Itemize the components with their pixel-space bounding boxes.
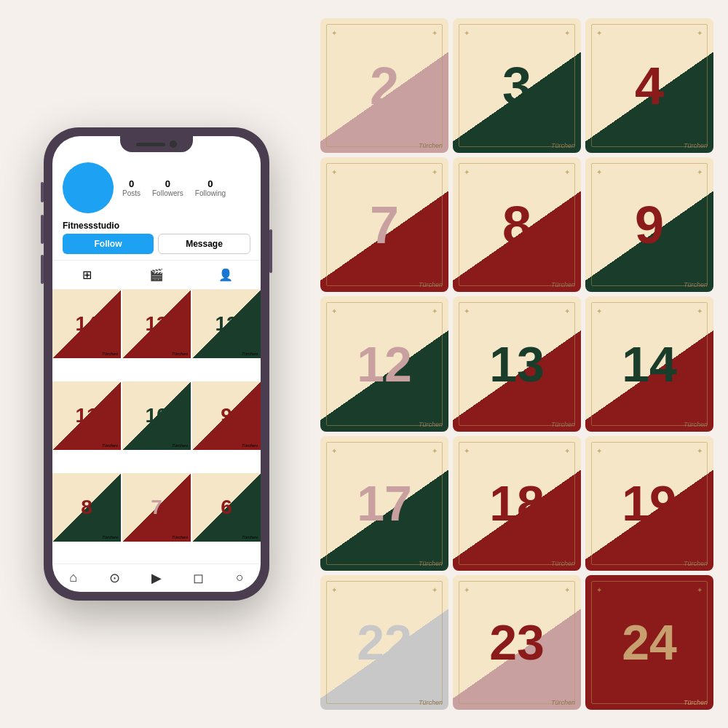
phone-grid-cell-13[interactable]: 13 Türchen xyxy=(122,290,191,358)
star-decoration: ✦ xyxy=(432,29,438,37)
advent-card-22[interactable]: ✦ ✦ 22 Türchen xyxy=(320,575,448,710)
advent-label: Türchen xyxy=(684,699,708,706)
instagram-app: 0 Posts 0 Followers 0 Following Fitn xyxy=(52,136,261,592)
posts-label: Posts xyxy=(122,189,141,197)
cell-number: 6 xyxy=(221,496,232,519)
phone-grid-cell-11[interactable]: 11 Türchen xyxy=(52,381,121,450)
profile-grid: 14 Türchen 13 Türchen 12 Türchen 11 Türc… xyxy=(52,290,261,563)
grid-cell-inner: 11 Türchen xyxy=(52,381,121,450)
advent-card-3[interactable]: ✦ ✦ 3 Türchen xyxy=(453,18,581,153)
advent-card-7[interactable]: ✦ ✦ 7 Türchen xyxy=(320,157,448,292)
cell-label: Türchen xyxy=(102,352,118,356)
phone-grid-cell-9[interactable]: 9 Türchen xyxy=(192,381,261,450)
avatar xyxy=(63,162,114,213)
phone-grid-cell-6[interactable]: 6 Türchen xyxy=(192,473,261,542)
advent-card-inner: ✦ ✦ 18 Türchen xyxy=(453,436,581,571)
nav-reels[interactable]: ▶ xyxy=(135,570,177,586)
grid-cell-inner: 14 Türchen xyxy=(52,290,121,358)
advent-card-9[interactable]: ✦ ✦ 9 Türchen xyxy=(585,157,713,292)
star-decoration: ✦ xyxy=(564,586,570,594)
cell-number: 10 xyxy=(145,404,167,427)
phone-screen: 0 Posts 0 Followers 0 Following Fitn xyxy=(52,136,261,592)
cell-number: 12 xyxy=(215,312,237,336)
stat-followers: 0 Followers xyxy=(152,178,183,197)
advent-number: 14 xyxy=(622,339,677,389)
advent-card-inner: ✦ ✦ 14 Türchen xyxy=(585,296,713,431)
advent-card-inner: ✦ ✦ 17 Türchen xyxy=(320,436,448,571)
advent-card-inner: ✦ ✦ 8 Türchen xyxy=(453,157,581,292)
advent-card-17[interactable]: ✦ ✦ 17 Türchen xyxy=(320,436,448,571)
phone-grid-cell-7[interactable]: 7 Türchen xyxy=(122,473,191,542)
advent-card-8[interactable]: ✦ ✦ 8 Türchen xyxy=(453,157,581,292)
tab-tagged[interactable]: 👤 xyxy=(191,265,261,285)
grid-cell-inner: 7 Türchen xyxy=(122,473,191,542)
follow-button[interactable]: Follow xyxy=(63,234,154,254)
mute-button xyxy=(41,182,44,202)
star-decoration: ✦ xyxy=(596,168,602,176)
advent-card-4[interactable]: ✦ ✦ 4 Türchen xyxy=(585,18,713,153)
profile-section: 0 Posts 0 Followers 0 Following xyxy=(52,157,261,219)
advent-number: 9 xyxy=(635,199,664,251)
advent-card-inner: ✦ ✦ 22 Türchen xyxy=(320,575,448,710)
advent-number: 3 xyxy=(502,60,531,112)
vol-down-button xyxy=(41,255,44,284)
advent-label: Türchen xyxy=(551,142,575,149)
tab-reels[interactable]: 🎬 xyxy=(122,265,191,285)
advent-number: 7 xyxy=(370,199,399,251)
advent-card-inner: ✦ ✦ 19 Türchen xyxy=(585,436,713,571)
advent-label: Türchen xyxy=(419,421,443,428)
star-decoration: ✦ xyxy=(596,307,602,315)
advent-card-inner: ✦ ✦ 24 Türchen xyxy=(585,575,713,710)
nav-profile[interactable]: ○ xyxy=(219,570,261,586)
advent-number: 8 xyxy=(502,199,531,251)
advent-card-23[interactable]: ✦ ✦ 23 Türchen xyxy=(453,575,581,710)
advent-card-inner: ✦ ✦ 3 Türchen xyxy=(453,18,581,153)
advent-card-inner: ✦ ✦ 4 Türchen xyxy=(585,18,713,153)
grid-cell-inner: 10 Türchen xyxy=(122,381,191,450)
message-button[interactable]: Message xyxy=(158,234,250,254)
advent-card-13[interactable]: ✦ ✦ 13 Türchen xyxy=(453,296,581,431)
cell-number: 8 xyxy=(81,496,92,519)
star-decoration: ✦ xyxy=(464,447,470,455)
profile-username: Fitnessstudio xyxy=(52,219,261,234)
nav-search[interactable]: ⊙ xyxy=(94,570,135,586)
advent-label: Türchen xyxy=(684,560,708,567)
profile-tabs: ⊞ 🎬 👤 xyxy=(52,260,261,290)
star-decoration: ✦ xyxy=(331,168,337,176)
star-decoration: ✦ xyxy=(464,168,470,176)
phone-grid-cell-8[interactable]: 8 Türchen xyxy=(52,473,121,542)
following-label: Following xyxy=(195,189,226,197)
phone-grid-cell-14[interactable]: 14 Türchen xyxy=(52,290,121,358)
grid-cell-inner: 13 Türchen xyxy=(122,290,191,358)
cell-number: 13 xyxy=(145,312,167,336)
advent-label: Türchen xyxy=(419,560,443,567)
phone-grid-cell-12[interactable]: 12 Türchen xyxy=(192,290,261,358)
followers-count: 0 xyxy=(152,178,183,189)
cell-number: 11 xyxy=(75,404,98,427)
advent-number: 12 xyxy=(357,339,412,389)
cell-label: Türchen xyxy=(242,352,258,356)
phone-grid-cell-10[interactable]: 10 Türchen xyxy=(122,381,191,450)
vol-up-button xyxy=(41,215,44,244)
advent-card-2[interactable]: ✦ ✦ 2 Türchen xyxy=(320,18,448,153)
advent-card-18[interactable]: ✦ ✦ 18 Türchen xyxy=(453,436,581,571)
star-decoration: ✦ xyxy=(697,168,703,176)
star-decoration: ✦ xyxy=(331,29,337,37)
star-decoration: ✦ xyxy=(564,447,570,455)
advent-card-19[interactable]: ✦ ✦ 19 Türchen xyxy=(585,436,713,571)
nav-home[interactable]: ⌂ xyxy=(52,570,94,586)
star-decoration: ✦ xyxy=(697,586,703,594)
advent-label: Türchen xyxy=(419,142,443,149)
tab-grid[interactable]: ⊞ xyxy=(52,265,122,285)
cell-label: Türchen xyxy=(172,352,188,356)
advent-label: Türchen xyxy=(684,281,708,288)
profile-stats: 0 Posts 0 Followers 0 Following xyxy=(122,178,226,197)
star-decoration: ✦ xyxy=(564,307,570,315)
nav-shop[interactable]: ◻ xyxy=(178,570,219,586)
star-decoration: ✦ xyxy=(596,29,602,37)
star-decoration: ✦ xyxy=(697,447,703,455)
advent-card-12[interactable]: ✦ ✦ 12 Türchen xyxy=(320,296,448,431)
cell-number: 14 xyxy=(75,312,98,336)
advent-card-14[interactable]: ✦ ✦ 14 Türchen xyxy=(585,296,713,431)
advent-card-24[interactable]: ✦ ✦ 24 Türchen xyxy=(585,575,713,710)
